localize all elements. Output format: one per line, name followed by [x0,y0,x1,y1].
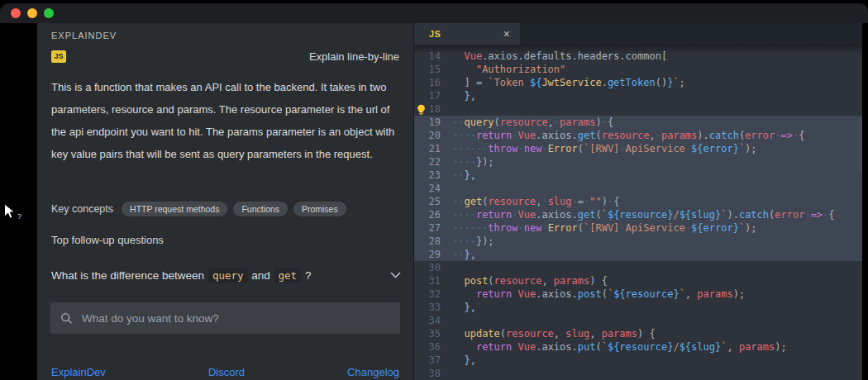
code-line[interactable]: 32 return Vue.axios.post(`${resource}`, … [414,287,862,301]
line-number[interactable]: 19 [419,116,441,129]
code-line[interactable]: 17 }, [414,89,862,102]
traffic-light-close[interactable] [11,8,21,18]
line-number[interactable]: 33 [419,301,441,314]
key-concepts-pills: HTTP request methodsFunctionsPromises [122,202,346,216]
line-number[interactable]: 36 [419,340,441,354]
key-concepts-label: Key concepts [51,203,113,215]
traffic-light-minimize[interactable] [27,8,37,18]
line-number[interactable]: 17 [419,89,441,102]
code-line[interactable]: 38 [414,367,862,380]
editor-group: JS × 14 Vue.axios.defaults.headers.commo… [413,23,862,380]
line-number[interactable]: 22 [419,155,441,169]
code-text: return Vue.axios.put(`${resource}/${slug… [452,340,787,354]
line-number[interactable]: 23 [419,169,441,182]
code-area[interactable]: 14 Vue.axios.defaults.headers.common[15 … [414,45,862,380]
footer-link-changelog[interactable]: Changelog [347,366,399,378]
code-line[interactable]: 27······throw·new·Error(`[RWV]·ApiServic… [414,221,862,235]
followup-question[interactable]: What is the difference between query and… [51,263,401,287]
code-text: ····}); [452,155,494,169]
footer-link-explaindev[interactable]: ExplainDev [51,366,106,378]
code-line[interactable]: 22····}); [414,155,862,169]
key-concept-pill[interactable]: Functions [233,202,288,216]
line-number[interactable]: 24 [419,182,441,195]
close-icon[interactable]: × [503,28,510,40]
window-content: ? EXPLAINDEV JS Explain line-by-line Thi… [0,23,868,380]
code-line[interactable]: 33 }, [414,301,862,314]
inline-code-query: query [208,268,248,283]
code-line[interactable]: 15 "Authorization" [414,63,862,76]
inline-code-get: get [274,268,302,283]
code-text: }, [452,301,476,314]
line-number[interactable]: 38 [419,367,441,380]
code-line[interactable]: 29··}, [414,248,862,261]
code-line[interactable]: 24 [414,182,862,195]
js-language-badge: JS [51,50,66,63]
code-line[interactable]: 14 Vue.axios.defaults.headers.common[ [414,50,862,63]
code-line[interactable]: 20····return·Vue.axios.get(resource,·par… [414,129,862,142]
line-number[interactable]: 27 [419,221,441,235]
code-line[interactable]: 30 [414,261,862,274]
tab-js[interactable]: JS × [414,23,520,45]
chevron-down-icon[interactable] [390,272,401,278]
lightbulb-icon[interactable] [417,104,427,116]
key-concept-pill[interactable]: HTTP request methods [122,202,227,216]
question-suffix: ? [302,269,311,282]
mouse-cursor: ? [3,203,31,226]
key-concept-pill[interactable]: Promises [293,202,346,216]
code-text: return Vue.axios.post(`${resource}`, par… [452,287,745,301]
code-text: update(resource, slug, params) { [452,327,656,340]
code-line[interactable]: 35 update(resource, slug, params) { [414,327,862,340]
code-line[interactable]: 21······throw·new·Error(`[RWV]·ApiServic… [414,142,862,155]
explain-mode-label[interactable]: Explain line-by-line [309,50,399,63]
search-icon [60,312,73,325]
panel-title: EXPLAINDEV [51,31,117,40]
code-line[interactable]: 36 return Vue.axios.put(`${resource}/${s… [414,340,862,354]
panel-footer: ExplainDev Discord Changelog [51,366,399,378]
code-line[interactable]: 31 post(resource, params) { [414,274,862,287]
screen: ? EXPLAINDEV JS Explain line-by-line Thi… [0,0,868,380]
code-line[interactable]: 34 [414,314,862,327]
line-number[interactable]: 28 [419,235,441,248]
code-text: ····return·Vue.axios.get(resource,·param… [452,129,804,142]
line-number[interactable]: 30 [419,261,441,274]
ask-input[interactable] [80,311,390,325]
code-text: ] = `Token ${JwtService.getToken()}`; [452,76,685,89]
code-text: ····}); [452,235,494,248]
code-text: "Authorization" [452,63,565,76]
line-number[interactable]: 25 [419,195,441,208]
code-text: Vue.axios.defaults.headers.common[ [452,50,667,63]
code-line[interactable]: 28····}); [414,235,862,248]
pointer-arrow-icon [3,203,16,220]
line-number[interactable]: 29 [419,248,441,261]
code-text: post(resource, params) { [452,274,608,287]
code-line[interactable]: 19··query(resource,·params)·{ [414,116,862,129]
footer-link-discord[interactable]: Discord [208,366,245,378]
line-number[interactable]: 37 [419,354,441,367]
code-text: ······throw·new·Error(`[RWV]·ApiService·… [452,221,757,235]
line-number[interactable]: 34 [419,314,441,327]
line-number[interactable]: 14 [419,50,441,63]
traffic-light-zoom[interactable] [44,8,54,18]
code-text: ··}, [452,248,476,261]
scrollbar-thumb[interactable] [857,117,862,172]
code-line[interactable]: 26····return·Vue.axios.get(`${resource}/… [414,208,862,221]
line-number[interactable]: 16 [419,76,441,89]
code-line[interactable]: 37 }, [414,354,862,367]
window-titlebar [0,3,868,23]
line-number[interactable]: 20 [419,129,441,142]
code-line[interactable]: 23··}, [414,169,862,182]
code-text: ··get(resource,·slug·=·"")·{ [452,195,619,208]
code-line[interactable]: 18 [414,102,862,116]
code-line[interactable]: 16 ] = `Token ${JwtService.getToken()}`; [414,76,862,89]
line-number[interactable]: 35 [419,327,441,340]
line-number[interactable]: 26 [419,208,441,221]
explaindev-panel: EXPLAINDEV JS Explain line-by-line This … [37,23,413,380]
code-text: ··}, [452,169,476,182]
line-number[interactable]: 31 [419,274,441,287]
line-number[interactable]: 21 [419,142,441,155]
explanation-header-row: JS Explain line-by-line [51,49,399,64]
line-number[interactable]: 32 [419,287,441,301]
line-number[interactable]: 15 [419,63,441,76]
ask-input-wrapper[interactable] [50,302,400,334]
code-line[interactable]: 25··get(resource,·slug·=·"")·{ [414,195,862,208]
